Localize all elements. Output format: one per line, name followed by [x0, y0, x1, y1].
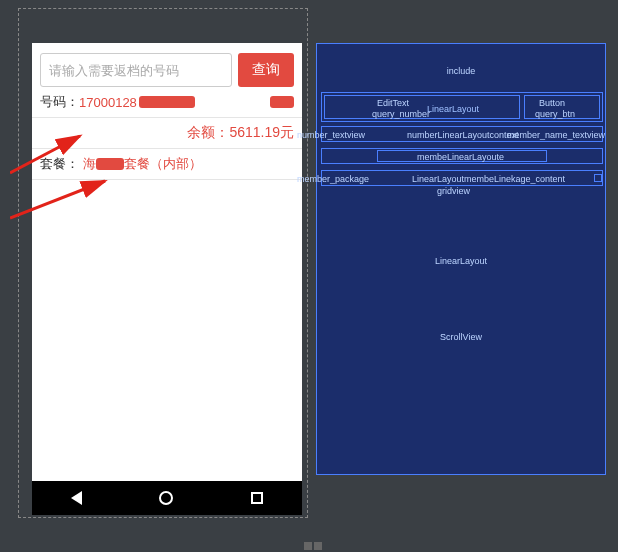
package-value: 套餐（内部）	[124, 155, 202, 173]
redaction-mark	[96, 158, 124, 170]
package-prefix: 海	[79, 155, 96, 173]
package-label: 套餐：	[40, 155, 79, 173]
balance-row: 余额： 5611.19元	[32, 118, 302, 149]
wf-query-number-label: query_number	[372, 109, 430, 119]
wf-edittext-label: EditText	[377, 98, 409, 108]
redaction-mark	[139, 96, 195, 108]
layout-wireframe[interactable]: include EditText query_number Button que…	[316, 43, 606, 475]
wf-include: include	[317, 66, 605, 76]
wf-number-context-label: numberLinearLayoutcontext	[407, 130, 519, 140]
wf-linearlayout2-label: LinearLayout	[317, 256, 605, 266]
search-row: 查询	[32, 43, 302, 87]
resize-handle-icon[interactable]	[304, 542, 312, 550]
query-button[interactable]: 查询	[238, 53, 294, 87]
balance-value: 5611.19元	[229, 124, 294, 142]
wf-small-box	[594, 174, 602, 182]
android-nav-bar	[32, 481, 302, 515]
resize-handle-icon[interactable]	[314, 542, 322, 550]
wf-query-btn-label: query_btn	[535, 109, 575, 119]
wf-member-package-content-label: LinearLayoutmembeLinekage_content	[412, 174, 565, 184]
number-label: 号码：	[40, 93, 79, 111]
number-row: 号码： 17000128	[32, 87, 302, 118]
number-value: 17000128	[79, 95, 137, 110]
recent-icon[interactable]	[251, 492, 263, 504]
redaction-mark	[270, 96, 294, 108]
wf-member-balance-label: membeLinearLayoute	[417, 152, 504, 162]
wf-member-package-label: member_package	[297, 174, 369, 184]
wf-gridview-label: gridview	[437, 186, 470, 196]
search-input[interactable]	[40, 53, 232, 87]
phone-preview: 查询 号码： 17000128 余额： 5611.19元 套餐： 海 套餐（内部…	[32, 43, 302, 515]
wf-scrollview-label: ScrollView	[317, 332, 605, 342]
wf-member-name-label: member_name_textview	[507, 130, 605, 140]
wf-button-label: Button	[539, 98, 565, 108]
phone-content: 查询 号码： 17000128 余额： 5611.19元 套餐： 海 套餐（内部…	[32, 43, 302, 481]
package-row: 套餐： 海 套餐（内部）	[32, 149, 302, 180]
wf-linearlayout-label: LinearLayout	[427, 104, 479, 114]
home-icon[interactable]	[159, 491, 173, 505]
back-icon[interactable]	[71, 491, 82, 505]
wf-number-textview-label: number_textview	[297, 130, 365, 140]
balance-label: 余额：	[187, 124, 229, 142]
